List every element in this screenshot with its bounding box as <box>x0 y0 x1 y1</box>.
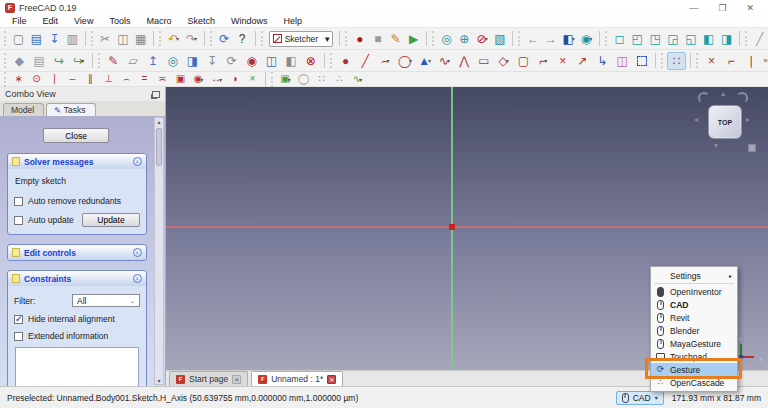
tab-model[interactable]: Model <box>3 103 44 116</box>
redo-button[interactable]: ↷▾ <box>183 30 200 48</box>
clipping-plane-button[interactable]: ⊘▾ <box>474 30 491 48</box>
open-file-button[interactable]: ▤ <box>28 30 45 48</box>
bottom-view-button[interactable]: ◧ <box>700 30 717 48</box>
menu-sketch[interactable]: Sketch <box>179 16 223 26</box>
whats-this-button[interactable]: ? <box>234 30 251 48</box>
collapse-icon[interactable]: « <box>133 248 142 257</box>
doc-tab-start-page[interactable]: FStart page✕ <box>169 371 248 386</box>
navcube-menu[interactable]: ▾ <box>748 144 760 152</box>
collapse-icon[interactable]: « <box>133 274 142 283</box>
view-sketch-button[interactable]: ◎ <box>163 52 182 70</box>
view-section-button[interactable]: ◨ <box>183 52 202 70</box>
menu-view[interactable]: View <box>66 16 101 26</box>
toolbar-grip[interactable] <box>159 31 162 46</box>
bspline-degree-button[interactable]: ∷ <box>313 72 330 86</box>
menu-edit[interactable]: Edit <box>35 16 67 26</box>
fit-selection-button[interactable]: ⊕ <box>456 30 473 48</box>
toolbar-grip[interactable] <box>210 31 213 46</box>
cut-button[interactable]: ✂ <box>97 30 114 48</box>
constraint-vertical-button[interactable]: ∣ <box>46 72 63 86</box>
filter-dropdown[interactable]: All ⌄ <box>72 294 140 307</box>
menu-macro[interactable]: Macro <box>138 16 179 26</box>
mirror-sketch-button[interactable]: ◧ <box>282 52 301 70</box>
create-point-button[interactable]: ● <box>336 52 355 70</box>
toolbar-grip[interactable] <box>696 53 699 68</box>
menu-item-blender[interactable]: Blender <box>651 324 737 337</box>
save-button[interactable]: ↧ <box>46 30 63 48</box>
rotate-arc-icon[interactable] <box>698 92 710 104</box>
merge-sketches-button[interactable]: ◫ <box>262 52 281 70</box>
macro-edit-button[interactable]: ✎ <box>387 30 404 48</box>
toolbar-grip[interactable] <box>345 31 348 46</box>
bspline-comb-button[interactable]: ∿▾ <box>349 72 366 86</box>
toolbar-grip[interactable] <box>661 53 664 68</box>
update-button[interactable]: Update <box>82 213 140 227</box>
make-sub-link-button[interactable]: ↪▾ <box>69 52 88 70</box>
auto-update-checkbox[interactable] <box>14 216 23 225</box>
rotate-up-icon[interactable]: ▴ <box>721 90 725 98</box>
constraints-header[interactable]: Constraints « <box>8 271 146 286</box>
menu-item-openinventor[interactable]: OpenInventor <box>651 285 737 298</box>
toolbar-grip[interactable] <box>4 53 7 68</box>
create-polyline-button[interactable]: ⋀ <box>455 52 474 70</box>
leave-sketch-button[interactable]: ↥ <box>144 52 163 70</box>
create-polygon-button[interactable]: ◇▾ <box>494 52 513 70</box>
make-link-button[interactable]: ↪ <box>50 52 69 70</box>
navigation-cube[interactable]: ▴ ◂ ▸ ▾ TOP ▾ <box>694 92 756 152</box>
axonometric-view-button[interactable]: ◻ <box>611 30 628 48</box>
create-bspline-button[interactable]: ∿▾ <box>435 52 454 70</box>
toggle-construction-geometry-button[interactable]: ∷ <box>667 52 686 70</box>
refresh-button[interactable]: ⟳ <box>216 30 233 48</box>
scroll-up-icon[interactable]: ▴ <box>157 118 160 125</box>
tasks-scrollbar[interactable]: ▴ ▾ <box>154 117 164 385</box>
left-view-button[interactable]: ◨ <box>718 30 735 48</box>
edit-sketch-button[interactable]: ▱ <box>124 52 143 70</box>
constraint-tangent-button[interactable]: ⌢ <box>118 72 135 86</box>
zoom-tools-button[interactable]: ◉▾ <box>578 30 595 48</box>
extend-edge-button[interactable]: ↗ <box>573 52 592 70</box>
rotate-left-icon[interactable]: ◂ <box>694 116 698 124</box>
validate-sketch-button[interactable]: ◉ <box>242 52 261 70</box>
hide-internal-alignment-checkbox[interactable] <box>14 315 23 324</box>
constraint-coincident-button[interactable]: ∗ <box>10 72 27 86</box>
toolbar-grip[interactable] <box>432 31 435 46</box>
toggle-active-constraint-button[interactable]: × <box>244 72 261 86</box>
create-rectangle-button[interactable]: ▭ <box>475 52 494 70</box>
constraint-equal-button[interactable]: = <box>136 72 153 86</box>
corner-tool-button[interactable]: ⌐ <box>722 52 741 70</box>
select-elements-association-button[interactable]: ▣▾ <box>277 72 294 86</box>
menu-tools[interactable]: Tools <box>101 16 138 26</box>
toolbar-grip[interactable] <box>745 31 748 46</box>
collapse-icon[interactable]: « <box>133 157 142 166</box>
menu-item-revit[interactable]: Revit <box>651 311 737 324</box>
navigation-style-selector[interactable]: CAD ▾ <box>616 391 664 405</box>
print-button[interactable]: ▥ <box>64 30 81 48</box>
fit-all-button[interactable]: ◎ <box>438 30 455 48</box>
create-slot-button[interactable]: ▢ <box>514 52 533 70</box>
rotate-right-icon[interactable]: ▸ <box>746 116 750 124</box>
toolbar-grip[interactable] <box>605 31 608 46</box>
workbench-selector[interactable]: Sketcher▾ <box>269 31 334 47</box>
constraint-block-button[interactable]: ▣ <box>172 72 189 86</box>
toolbar-grip[interactable] <box>261 31 264 46</box>
menu-item-mayagesture[interactable]: MayaGesture <box>651 337 737 350</box>
close-tab-icon[interactable]: ✕ <box>232 375 241 384</box>
scroll-down-icon[interactable]: ▾ <box>157 377 160 384</box>
tab-tasks[interactable]: ✎Tasks <box>46 103 95 116</box>
toolbar-grip[interactable] <box>271 72 274 87</box>
trim-edge-button[interactable]: × <box>554 52 573 70</box>
origin-point[interactable] <box>449 224 455 230</box>
toolbar-grip[interactable] <box>4 31 7 46</box>
close-window-button[interactable]: ✕ <box>746 3 754 13</box>
navigate-forward-button[interactable]: → <box>542 30 559 48</box>
measure-distance-button[interactable]: ╱ <box>751 30 768 48</box>
insert-knot-button[interactable]: ∣ <box>742 52 761 70</box>
create-part-button[interactable]: ◆ <box>10 52 29 70</box>
bspline-control-polygon-button[interactable]: ∴ <box>331 72 348 86</box>
float-panel-icon[interactable] <box>152 91 160 98</box>
copy-button[interactable]: ◫ <box>114 30 131 48</box>
toolbar-grip[interactable] <box>4 72 7 87</box>
box-element-selection-button[interactable]: ▧ <box>492 30 509 48</box>
create-conic-button[interactable]: ▲▾ <box>415 52 434 70</box>
auto-remove-redundants-checkbox[interactable] <box>14 197 23 206</box>
